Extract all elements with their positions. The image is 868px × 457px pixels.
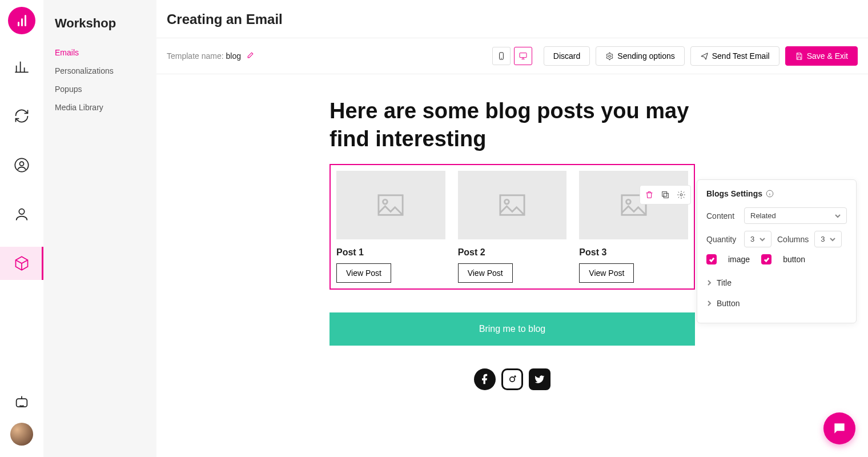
blogs-settings-panel: Blogs Settings Content Related Quantity … — [697, 179, 857, 323]
svg-point-10 — [505, 199, 509, 204]
gear-icon — [605, 52, 614, 61]
svg-rect-15 — [664, 193, 668, 198]
button-expand[interactable]: Button — [706, 293, 847, 314]
blogs-block[interactable]: Post 1 View Post Post 2 View Post Post 3… — [329, 164, 695, 290]
svg-point-17 — [680, 194, 682, 196]
svg-point-2 — [19, 209, 24, 214]
twitter-link[interactable] — [529, 368, 550, 390]
block-delete-button[interactable] — [642, 188, 656, 202]
rail-audience[interactable] — [0, 149, 43, 182]
save-exit-button[interactable]: Save & Exit — [785, 46, 858, 66]
rail-bot[interactable] — [0, 394, 43, 410]
quantity-label: Quantity — [706, 235, 738, 244]
rail-segments[interactable] — [0, 198, 43, 231]
bot-icon — [14, 394, 30, 410]
app-logo[interactable] — [8, 7, 35, 34]
edit-template-name-button[interactable] — [247, 51, 254, 61]
chevron-right-icon — [706, 280, 712, 286]
post-title: Post 3 — [579, 247, 688, 258]
post-title: Post 1 — [336, 247, 445, 258]
columns-label: Columns — [777, 235, 809, 244]
chevron-right-icon — [706, 300, 712, 306]
workshop-sidebar: Workshop Emails Personalizations Popups … — [43, 0, 156, 457]
button-checkbox[interactable] — [761, 254, 771, 264]
columns-select[interactable]: 3 — [814, 231, 842, 247]
image-placeholder[interactable] — [336, 171, 445, 239]
content-select[interactable]: Related — [744, 207, 847, 224]
image-icon — [377, 194, 404, 217]
sending-options-button[interactable]: Sending options — [596, 46, 684, 66]
block-duplicate-button[interactable] — [658, 188, 672, 202]
device-desktop-button[interactable] — [514, 47, 532, 65]
svg-point-14 — [515, 376, 516, 377]
chevron-down-icon — [830, 236, 835, 242]
user-gear-icon — [14, 206, 30, 222]
facebook-link[interactable] — [474, 368, 496, 390]
view-post-button[interactable]: View Post — [336, 263, 391, 283]
nav-rail — [0, 0, 43, 457]
facebook-icon — [479, 374, 491, 385]
post-title: Post 2 — [458, 247, 567, 258]
refresh-icon — [14, 108, 30, 124]
email-heading[interactable]: Here are some blog posts you may find in… — [329, 97, 695, 154]
sidebar-item-popups[interactable]: Popups — [55, 80, 145, 98]
chevron-down-icon — [835, 213, 841, 219]
info-icon[interactable] — [766, 190, 774, 198]
rail-sync[interactable] — [0, 99, 43, 133]
cta-button[interactable]: Bring me to blog — [329, 312, 695, 346]
trash-icon — [645, 190, 654, 199]
twitter-icon — [534, 374, 545, 385]
svg-point-0 — [15, 158, 28, 171]
bar-chart-icon — [14, 59, 30, 75]
copy-icon — [661, 190, 670, 199]
chevron-down-icon — [760, 236, 765, 242]
image-checkbox[interactable] — [706, 254, 717, 264]
user-avatar[interactable] — [10, 423, 33, 446]
content-label: Content — [706, 211, 738, 221]
title-expand[interactable]: Title — [706, 272, 847, 293]
settings-title: Blogs Settings — [706, 189, 762, 198]
logo-bars-icon — [18, 15, 26, 26]
view-post-button[interactable]: View Post — [458, 263, 513, 283]
send-icon — [700, 52, 709, 61]
check-icon — [709, 256, 715, 263]
blog-card: Post 2 View Post — [458, 171, 567, 283]
svg-rect-5 — [520, 53, 527, 58]
button-checkbox-label: button — [783, 255, 805, 264]
quantity-select[interactable]: 3 — [744, 231, 771, 247]
mobile-icon — [497, 51, 506, 61]
image-placeholder[interactable] — [579, 171, 688, 239]
discard-button[interactable]: Discard — [544, 46, 590, 66]
desktop-icon — [519, 51, 528, 61]
page-title: Creating an Email — [156, 0, 868, 38]
sidebar-item-emails[interactable]: Emails — [55, 43, 145, 62]
package-icon — [14, 255, 30, 271]
svg-rect-16 — [662, 192, 667, 197]
image-icon — [499, 194, 525, 217]
svg-point-12 — [626, 199, 630, 204]
block-settings-button[interactable] — [674, 188, 688, 202]
blog-card: Post 1 View Post — [336, 171, 445, 283]
svg-point-13 — [510, 377, 515, 382]
sidebar-item-media-library[interactable]: Media Library — [55, 98, 145, 117]
template-name: Template name: blog — [167, 51, 254, 61]
pencil-icon — [247, 51, 254, 59]
social-row — [329, 368, 695, 390]
device-mobile-button[interactable] — [492, 47, 511, 65]
svg-point-8 — [383, 199, 388, 204]
rail-workshop[interactable] — [0, 247, 43, 280]
help-chat-button[interactable] — [823, 412, 855, 444]
image-placeholder[interactable] — [458, 171, 567, 239]
instagram-icon — [507, 374, 518, 385]
svg-point-1 — [20, 162, 24, 166]
save-icon — [795, 52, 803, 61]
send-test-button[interactable]: Send Test Email — [690, 46, 779, 66]
sidebar-item-personalizations[interactable]: Personalizations — [55, 62, 145, 80]
gear-icon — [677, 190, 686, 199]
view-post-button[interactable]: View Post — [579, 263, 634, 283]
svg-point-6 — [609, 55, 611, 57]
block-toolbar — [640, 185, 691, 205]
instagram-link[interactable] — [501, 368, 523, 390]
editor-toolbar: Template name: blog Discard Sending opti… — [156, 38, 868, 74]
rail-analytics[interactable] — [0, 50, 43, 83]
